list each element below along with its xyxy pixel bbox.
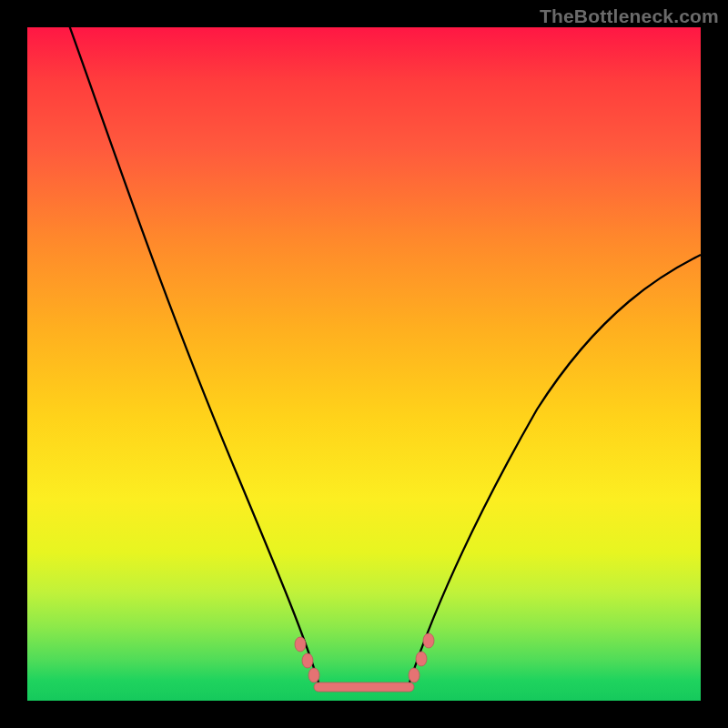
left-curve bbox=[68, 27, 318, 682]
right-curve bbox=[410, 255, 701, 682]
marker-left-3 bbox=[308, 668, 319, 682]
chart-frame: TheBottleneck.com bbox=[0, 0, 728, 728]
marker-right-2 bbox=[416, 652, 427, 666]
chart-svg bbox=[27, 27, 701, 701]
plot-area bbox=[27, 27, 701, 701]
marker-left-1 bbox=[295, 637, 306, 652]
marker-right-1 bbox=[409, 668, 420, 682]
trough-bar bbox=[314, 682, 414, 692]
marker-right-3 bbox=[423, 633, 434, 648]
marker-left-2 bbox=[302, 653, 313, 668]
watermark-text: TheBottleneck.com bbox=[540, 5, 719, 27]
